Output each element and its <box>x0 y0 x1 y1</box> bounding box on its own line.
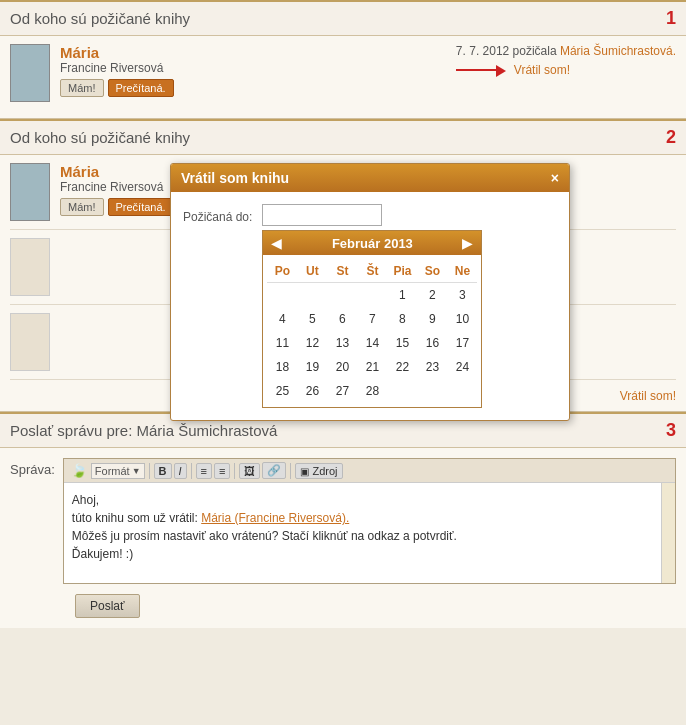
cal-day-22[interactable]: 22 <box>387 355 417 379</box>
cal-day-25[interactable]: 25 <box>267 379 297 403</box>
badge-precitana-2: Prečítaná. <box>108 198 174 216</box>
section3-number: 3 <box>666 420 676 441</box>
badge-precitana-1: Prečítaná. <box>108 79 174 97</box>
cal-empty <box>447 379 477 403</box>
pozicana-input[interactable] <box>262 204 382 226</box>
cal-day-13[interactable]: 13 <box>327 331 357 355</box>
list-ordered-button[interactable]: ≡ <box>196 463 212 479</box>
calendar-prev-button[interactable]: ◀ <box>271 235 282 251</box>
cal-header-po: Po <box>267 259 297 283</box>
toolbar-divider-4 <box>290 463 291 479</box>
link-button[interactable]: 🔗 <box>262 462 286 479</box>
format-dropdown[interactable]: Formát ▼ <box>91 463 145 479</box>
calendar-header: ◀ Február 2013 ▶ <box>263 231 481 255</box>
cal-day-8[interactable]: 8 <box>387 307 417 331</box>
cal-day-24[interactable]: 24 <box>447 355 477 379</box>
section3: Poslať správu pre: Mária Šumichrastová 3… <box>0 412 686 628</box>
cal-day-26[interactable]: 26 <box>297 379 327 403</box>
msg-link[interactable]: Mária (Francine Riversová). <box>201 511 349 525</box>
section3-content: Správa: 🍃 Formát ▼ B I ≡ ≡ <box>0 448 686 628</box>
cal-day-23[interactable]: 23 <box>417 355 447 379</box>
cal-day-14[interactable]: 14 <box>357 331 387 355</box>
vratil-link-1[interactable]: Vrátil som! <box>514 63 570 77</box>
cal-day-1[interactable]: 1 <box>387 283 417 307</box>
cal-empty <box>267 283 297 307</box>
bold-button[interactable]: B <box>154 463 172 479</box>
cal-empty <box>357 283 387 307</box>
cal-day-21[interactable]: 21 <box>357 355 387 379</box>
cal-day-28[interactable]: 28 <box>357 379 387 403</box>
calendar-next-button[interactable]: ▶ <box>462 235 473 251</box>
editor-toolbar: 🍃 Formát ▼ B I ≡ ≡ 🖼 🔗 <box>64 459 675 483</box>
cal-day-17[interactable]: 17 <box>447 331 477 355</box>
cal-day-3[interactable]: 3 <box>447 283 477 307</box>
book-cover-empty-1 <box>10 238 50 296</box>
modal-close-button[interactable]: × <box>551 170 559 186</box>
cal-day-19[interactable]: 19 <box>297 355 327 379</box>
cal-day-5[interactable]: 5 <box>297 307 327 331</box>
source-button[interactable]: ▣ Zdroj <box>295 463 342 479</box>
section2: Od koho sú požičané knihy 2 Mária Franci… <box>0 119 686 412</box>
book-cover-2 <box>10 163 50 221</box>
calendar-month: Február 2013 <box>332 236 413 251</box>
cal-day-10[interactable]: 10 <box>447 307 477 331</box>
cal-day-15[interactable]: 15 <box>387 331 417 355</box>
toolbar-divider-1 <box>149 463 150 479</box>
section1-content: Mária Francine Riversová Mám! Prečítaná.… <box>0 36 686 119</box>
leaf-icon: 🍃 <box>69 463 89 478</box>
modal-box: Vrátil som knihu × Požičaná do: ◀ <box>170 163 570 421</box>
loan-info-1: 7. 7. 2012 požičala Mária Šumichrastová.… <box>456 44 676 78</box>
section2-header: Od koho sú požičané knihy 2 <box>0 119 686 155</box>
format-dropdown-arrow: ▼ <box>132 466 141 476</box>
cal-header-st: St <box>327 259 357 283</box>
editor-main: Ahoj, túto knihu som už vrátil: Mária (F… <box>64 483 661 583</box>
msg-line4: Ďakujem! :) <box>72 545 653 563</box>
message-label: Správa: <box>10 458 55 477</box>
cal-day-12[interactable]: 12 <box>297 331 327 355</box>
cal-day-27[interactable]: 27 <box>327 379 357 403</box>
section1: Od koho sú požičané knihy 1 Mária Franci… <box>0 0 686 119</box>
editor-scrollbar[interactable] <box>661 483 675 583</box>
calendar-header-row: Po Ut St Št Pia So Ne <box>267 259 477 283</box>
badge-mam-2: Mám! <box>60 198 104 216</box>
vratil-link-2[interactable]: Vrátil som! <box>620 389 676 403</box>
cal-day-18[interactable]: 18 <box>267 355 297 379</box>
cal-header-so: So <box>417 259 447 283</box>
image-button[interactable]: 🖼 <box>239 463 260 479</box>
badge-mam-1: Mám! <box>60 79 104 97</box>
cal-week-1: 1 2 3 <box>267 283 477 307</box>
section2-number: 2 <box>666 127 676 148</box>
msg-line3: Môžeš ju prosím nastaviť ako vrátenú? St… <box>72 527 653 545</box>
msg-line1: Ahoj, <box>72 491 653 509</box>
cal-header-pia: Pia <box>387 259 417 283</box>
vratil-row-1: Vrátil som! <box>456 62 676 78</box>
cal-day-20[interactable]: 20 <box>327 355 357 379</box>
cal-week-5: 25 26 27 28 <box>267 379 477 403</box>
cal-empty <box>327 283 357 307</box>
editor-content[interactable]: Ahoj, túto knihu som už vrátil: Mária (F… <box>64 483 661 573</box>
book-author-1: Mária <box>60 44 456 61</box>
section1-number: 1 <box>666 8 676 29</box>
editor-outer: Ahoj, túto knihu som už vrátil: Mária (F… <box>64 483 675 583</box>
msg-line2: túto knihu som už vrátil: Mária (Francin… <box>72 509 653 527</box>
list-unordered-button[interactable]: ≡ <box>214 463 230 479</box>
toolbar-divider-2 <box>191 463 192 479</box>
cal-empty <box>387 379 417 403</box>
cal-day-4[interactable]: 4 <box>267 307 297 331</box>
format-label: Formát <box>95 465 130 477</box>
modal-title: Vrátil som knihu <box>181 170 289 186</box>
cal-day-6[interactable]: 6 <box>327 307 357 331</box>
cal-empty <box>297 283 327 307</box>
cal-header-ne: Ne <box>447 259 477 283</box>
loan-person-link-1[interactable]: Mária Šumichrastová. <box>560 44 676 58</box>
book-cover-1 <box>10 44 50 102</box>
cal-day-16[interactable]: 16 <box>417 331 447 355</box>
cal-day-11[interactable]: 11 <box>267 331 297 355</box>
toolbar-divider-3 <box>234 463 235 479</box>
cal-day-2[interactable]: 2 <box>417 283 447 307</box>
italic-button[interactable]: I <box>174 463 187 479</box>
message-area: Správa: 🍃 Formát ▼ B I ≡ ≡ <box>10 458 676 584</box>
cal-day-7[interactable]: 7 <box>357 307 387 331</box>
send-button[interactable]: Poslať <box>75 594 140 618</box>
cal-day-9[interactable]: 9 <box>417 307 447 331</box>
